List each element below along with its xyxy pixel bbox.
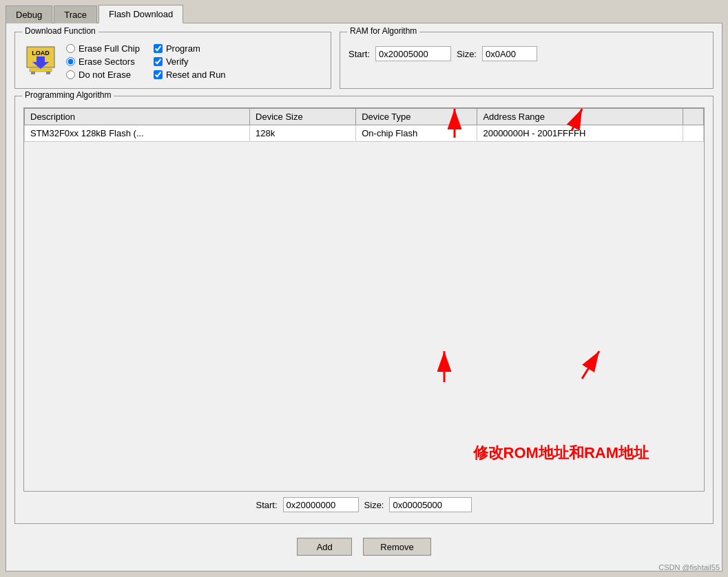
ram-algorithm-group: RAM for Algorithm Start: Size: [340, 32, 714, 89]
algo-table-area: Description Device Size Device Type Addr… [23, 107, 705, 492]
content-area: Download Function LOAD [6, 23, 722, 571]
checkbox-reset-run[interactable]: Reset and Run [154, 70, 226, 80]
cell-address-range: 20000000H - 2001FFFFH [477, 125, 683, 142]
col-address-range: Address Range [477, 109, 683, 125]
ram-start-label: Start: [349, 49, 370, 59]
svg-rect-4 [30, 69, 52, 72]
top-row: Download Function LOAD [14, 32, 714, 89]
svg-rect-5 [31, 72, 35, 74]
radio-erase-full-chip[interactable]: Erase Full Chip [66, 43, 140, 54]
tab-trace[interactable]: Trace [54, 6, 97, 23]
cell-device-type: On-chip Flash [356, 125, 477, 142]
col-device-size: Device Size [250, 109, 356, 125]
remove-button[interactable]: Remove [363, 538, 430, 556]
cell-device-size: 128k [250, 125, 356, 142]
algo-table: Description Device Size Device Type Addr… [24, 108, 704, 142]
tab-flash-download[interactable]: Flash Download [98, 5, 183, 23]
cell-description: STM32F0xx 128kB Flash (... [25, 125, 250, 142]
load-icon: LOAD [23, 43, 58, 78]
col-device-type: Device Type [356, 109, 477, 125]
svg-rect-6 [46, 72, 50, 74]
algo-start-input[interactable] [283, 497, 359, 512]
add-button[interactable]: Add [297, 538, 352, 556]
algo-size-label: Size: [364, 500, 384, 510]
programming-algo-title: Programming Algorithm [22, 90, 114, 100]
algo-bottom-fields: Start: Size: [23, 492, 705, 515]
svg-text:LOAD: LOAD [32, 50, 50, 56]
watermark: CSDN @fishtail55 [658, 563, 720, 571]
table-row[interactable]: STM32F0xx 128kB Flash (... 128k On-chip … [25, 125, 704, 142]
checkbox-column: Program Verify Reset and Run [154, 43, 226, 80]
algo-size-input[interactable] [389, 497, 472, 512]
radio-erase-sectors[interactable]: Erase Sectors [66, 56, 140, 67]
annotation-text: 修改ROM地址和RAM地址 [473, 443, 649, 463]
tab-debug[interactable]: Debug [6, 6, 52, 23]
svg-rect-2 [37, 56, 45, 62]
download-function-title: Download Function [22, 26, 98, 36]
radio-column: Erase Full Chip Erase Sectors Do not Era… [66, 43, 140, 80]
checkbox-program[interactable]: Program [154, 43, 226, 54]
ram-size-label: Size: [457, 49, 477, 59]
cell-extra [683, 125, 704, 142]
radio-do-not-erase[interactable]: Do not Erase [66, 70, 140, 80]
download-function-group: Download Function LOAD [14, 32, 331, 89]
ram-algorithm-title: RAM for Algorithm [347, 26, 419, 36]
col-extra [683, 109, 704, 125]
ram-start-input[interactable] [375, 46, 451, 61]
programming-algo-group: Programming Algorithm Description Device… [14, 96, 714, 524]
col-description: Description [25, 109, 250, 125]
checkbox-verify[interactable]: Verify [154, 56, 226, 67]
bottom-buttons: Add Remove [14, 531, 714, 563]
algo-start-label: Start: [256, 500, 278, 510]
tab-bar: Debug Trace Flash Download [0, 0, 728, 23]
ram-size-input[interactable] [482, 46, 537, 61]
